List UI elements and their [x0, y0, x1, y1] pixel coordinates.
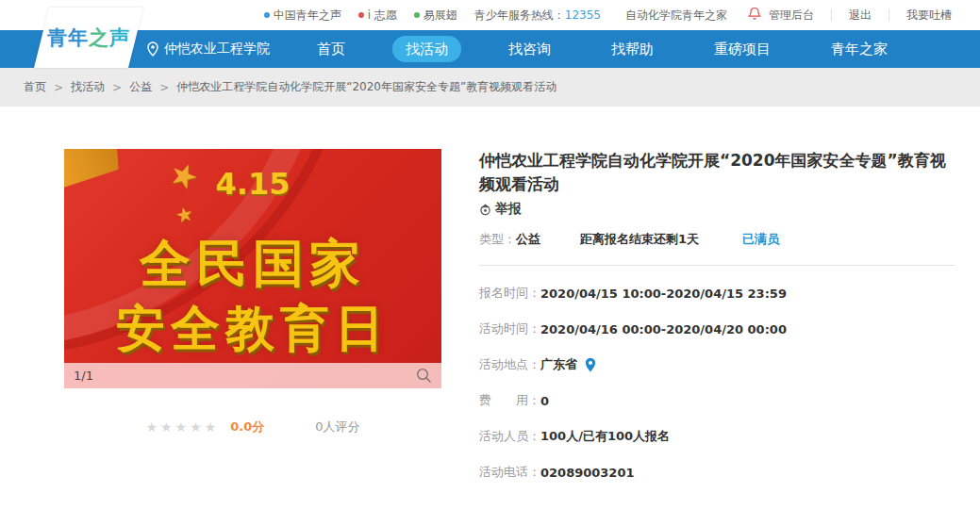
row-label: 活动人员： [479, 428, 540, 445]
status-badge: 已满员 [742, 231, 779, 248]
activity-time-row: 活动时间： 2020/04/16 00:00-2020/04/20 00:00 [479, 311, 955, 347]
nav-item-find-consult[interactable]: 找咨询 [495, 36, 564, 62]
partner-link-izhiyuan[interactable]: i 志愿 [358, 8, 397, 24]
divider [479, 265, 955, 266]
star-icon: ★ [145, 419, 160, 435]
type-value: 公益 [516, 231, 540, 248]
poster-footer-bar: 1/1 [64, 363, 441, 388]
hotline-number[interactable]: 12355 [565, 8, 601, 22]
poster-text-line2: 安全教育日 [64, 296, 441, 362]
row-value: 0 [540, 394, 549, 408]
logout-link[interactable]: 退出 [849, 8, 872, 24]
admin-backend-link[interactable]: 管理后台 [769, 8, 814, 24]
feedback-link[interactable]: 我要吐槽 [906, 8, 952, 24]
row-value: 2020/04/15 10:00-2020/04/15 23:59 [540, 287, 787, 301]
nav-item-find-activity[interactable]: 找活动 [392, 36, 461, 62]
breadcrumb-separator: > [54, 81, 63, 94]
image-counter: 1/1 [74, 369, 93, 383]
star-icon: ★ [160, 419, 175, 435]
star-icon: ★ [190, 419, 205, 435]
star-icon: ★ [205, 419, 220, 435]
row-value: 广东省 [540, 356, 577, 373]
rating-stars[interactable]: ★★★★★ [145, 419, 219, 435]
report-label: 举报 [495, 201, 522, 218]
breadcrumb-find-activity[interactable]: 找活动 [71, 79, 105, 95]
green-dot-icon [414, 12, 420, 18]
nav-item-key-projects[interactable]: 重磅项目 [701, 36, 784, 62]
poster-date: 4.15 [64, 166, 441, 202]
rating-count: 0人评分 [315, 419, 359, 435]
location-name: 仲恺农业工程学院 [164, 41, 270, 57]
info-rows: 报名时间： 2020/04/15 10:00-2020/04/15 23:59 … [479, 275, 955, 490]
row-label: 活动电话： [479, 464, 540, 481]
breadcrumb-separator: > [159, 81, 169, 94]
breadcrumb-charity[interactable]: 公益 [129, 79, 152, 95]
row-label: 活动地点： [479, 356, 540, 373]
partner-link-label: 中国青年之声 [274, 8, 341, 24]
detail-column: 仲恺农业工程学院自动化学院开展“2020年国家安全专题”教育视频观看活动 举报 … [479, 149, 955, 509]
hotline: 青少年服务热线： 12355 [474, 8, 601, 24]
gallery-column: ★ ★ 4.15 全民国家 安全教育日 1/1 ★★★★★ 0.0分 0人评分 [64, 149, 441, 509]
zoom-icon[interactable] [416, 368, 432, 384]
participants-row: 活动人员： 100人/已有100人报名 [479, 419, 955, 454]
partner-link-label: 易展翅 [424, 8, 457, 24]
bell-icon[interactable] [748, 7, 761, 24]
activity-poster-image[interactable]: ★ ★ 4.15 全民国家 安全教育日 1/1 [64, 149, 441, 388]
deadline-text: 距离报名结束还剩1天 [580, 231, 699, 248]
logo-panel: 青年之声 [34, 8, 143, 68]
hotline-label: 青少年服务热线： [474, 8, 565, 24]
blue-dot-icon [264, 12, 270, 18]
row-value: 02089003201 [540, 466, 635, 480]
breadcrumb: 首页 > 找活动 > 公益 > 仲恺农业工程学院自动化学院开展“2020年国家安… [0, 68, 980, 107]
map-pin-icon[interactable] [585, 357, 596, 372]
site-location[interactable]: 仲恺农业工程学院 [147, 41, 270, 57]
phone-row: 活动电话： 02089003201 [479, 454, 955, 490]
meta-row: 类型： 公益 距离报名结束还剩1天 已满员 [479, 231, 955, 248]
row-value: 2020/04/16 00:00-2020/04/20 00:00 [540, 322, 787, 337]
nav-item-youth-home[interactable]: 青年之家 [818, 36, 901, 62]
rating-row: ★★★★★ 0.0分 0人评分 [64, 419, 441, 435]
breadcrumb-home[interactable]: 首页 [24, 79, 46, 95]
star-icon: ★ [175, 419, 191, 435]
navbar: 青年之声 仲恺农业工程学院 首页 找活动 找咨询 找帮助 重磅项目 青年之家 [0, 30, 980, 68]
fee-row: 费 用： 0 [479, 383, 955, 419]
separator [831, 9, 832, 21]
type-label: 类型： [479, 231, 516, 248]
location-pin-icon [147, 41, 158, 57]
activity-title: 仲恺农业工程学院自动化学院开展“2020年国家安全专题”教育视频观看活动 [479, 149, 955, 195]
breadcrumb-separator: > [112, 81, 122, 94]
nav-item-home[interactable]: 首页 [304, 36, 358, 62]
main-content: ★ ★ 4.15 全民国家 安全教育日 1/1 ★★★★★ 0.0分 0人评分 … [0, 107, 980, 509]
red-dot-icon [358, 12, 364, 18]
poster-text-line1: 全民国家 [64, 230, 441, 299]
nav-item-find-help[interactable]: 找帮助 [598, 36, 667, 62]
nav-menu: 首页 找活动 找咨询 找帮助 重磅项目 青年之家 [304, 36, 901, 62]
home-youth-link[interactable]: 自动化学院青年之家 [625, 8, 727, 24]
row-label: 活动时间： [479, 320, 540, 337]
rating-score: 0.0分 [230, 419, 264, 435]
row-label: 报名时间： [479, 285, 540, 302]
topbar: 中国青年之声 i 志愿 易展翅 青少年服务热线： 12355 自动化学院青年之家… [0, 0, 980, 30]
partner-link-label: i 志愿 [368, 8, 397, 24]
signup-time-row: 报名时间： 2020/04/15 10:00-2020/04/15 23:59 [479, 275, 955, 311]
partner-link-zhongguoqingnianzhisheng[interactable]: 中国青年之声 [264, 8, 341, 24]
partner-link-yizhanchi[interactable]: 易展翅 [414, 8, 457, 24]
activity-location-row: 活动地点： 广东省 [479, 347, 955, 383]
logo[interactable]: 青年之声 [0, 30, 141, 68]
separator [889, 9, 889, 21]
row-value: 100人/已有100人报名 [540, 428, 670, 445]
logo-text: 青年之声 [47, 25, 130, 51]
report-link[interactable]: 举报 [479, 201, 955, 218]
row-label: 费 用： [479, 392, 540, 409]
breadcrumb-current-page: 仲恺农业工程学院自动化学院开展“2020年国家安全专题”教育视频观看活动 [176, 79, 556, 95]
report-icon [479, 203, 491, 216]
